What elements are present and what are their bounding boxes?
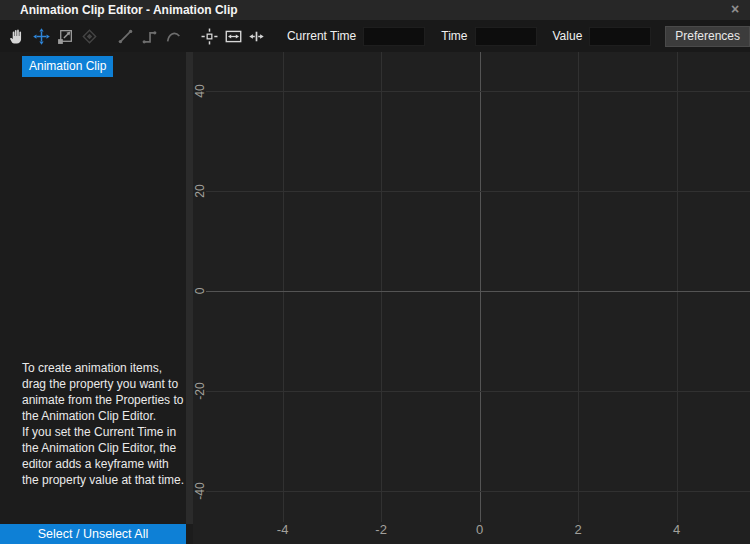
vertical-gridline [677, 52, 678, 522]
plot-area[interactable]: -4-202440200-20-40 [193, 52, 750, 544]
y-tick-label: -40 [190, 481, 210, 501]
value-field-group: Value [553, 27, 652, 46]
step-interpolation-button[interactable] [139, 24, 159, 48]
fit-horizontal-button[interactable] [223, 24, 243, 48]
title-bar[interactable]: Animation Clip Editor - Animation Clip × [0, 0, 750, 20]
horizontal-gridline [206, 91, 750, 92]
select-unselect-all-button[interactable]: Select / Unselect All [0, 524, 186, 544]
horizontal-gridline [206, 491, 750, 492]
help-paragraph-1: To create animation items, drag the prop… [22, 360, 186, 424]
add-keyframe-button[interactable] [80, 24, 100, 48]
linear-interpolation-button[interactable] [116, 24, 136, 48]
curve-interpolation-button[interactable] [163, 24, 183, 48]
time-label: Time [441, 29, 467, 43]
help-text: To create animation items, drag the prop… [22, 360, 186, 488]
x-tick-label: 2 [565, 522, 591, 537]
current-time-field-group: Current Time [287, 27, 425, 46]
x-tick-label: -4 [270, 522, 296, 537]
snap-button[interactable] [199, 24, 219, 48]
move-tool-button[interactable] [32, 24, 52, 48]
y-tick-label: -20 [190, 381, 210, 401]
value-label: Value [553, 29, 583, 43]
scale-tool-button[interactable] [56, 24, 76, 48]
y-tick-label: 40 [190, 81, 210, 101]
horizontal-gridline [206, 191, 750, 192]
pan-horizontal-button[interactable] [247, 24, 267, 48]
time-field-group: Time [441, 27, 536, 46]
y-axis-line [480, 52, 481, 522]
animation-clip-editor-window: Animation Clip Editor - Animation Clip × [0, 0, 750, 544]
h-expand-icon [248, 28, 265, 45]
current-time-input[interactable] [363, 27, 425, 46]
x-axis-line [206, 291, 750, 292]
horizontal-gridline [206, 391, 750, 392]
animation-clip-tab[interactable]: Animation Clip [22, 56, 113, 77]
move-arrows-icon [33, 28, 50, 45]
y-tick-label: 0 [190, 281, 210, 301]
crosshair-icon [201, 28, 218, 45]
help-paragraph-2: If you set the Current Time in the Anima… [22, 424, 186, 488]
step-icon [141, 28, 158, 45]
x-tick-label: 0 [467, 522, 493, 537]
vertical-gridline [381, 52, 382, 522]
close-button[interactable]: × [726, 2, 744, 18]
pan-tool-button[interactable] [8, 24, 28, 48]
fit-width-icon [225, 28, 242, 45]
current-time-label: Current Time [287, 29, 356, 43]
scale-icon [57, 28, 74, 45]
curve-icon [165, 28, 182, 45]
line-icon [117, 28, 134, 45]
properties-sidebar: Animation Clip To create animation items… [0, 52, 193, 544]
y-tick-label: 20 [190, 181, 210, 201]
toolbar: Current Time Time Value Preferences [0, 20, 750, 52]
vertical-gridline [283, 52, 284, 522]
x-tick-label: 4 [664, 522, 690, 537]
window-title: Animation Clip Editor - Animation Clip [20, 3, 238, 17]
time-input[interactable] [475, 27, 537, 46]
x-tick-label: -2 [368, 522, 394, 537]
preferences-button[interactable]: Preferences [665, 26, 750, 47]
hand-icon [9, 28, 26, 45]
vertical-gridline [578, 52, 579, 522]
value-input[interactable] [589, 27, 651, 46]
main-content: Animation Clip To create animation items… [0, 52, 750, 544]
diamond-icon [81, 28, 98, 45]
